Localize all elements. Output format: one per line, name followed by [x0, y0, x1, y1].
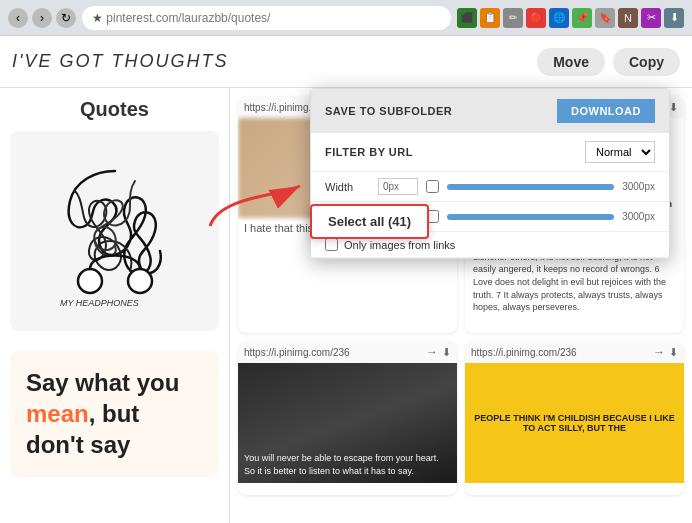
- svg-point-0: [78, 269, 102, 293]
- ext-icon-8[interactable]: N: [618, 8, 638, 28]
- dark-photo-pin: You will never be able to escape from yo…: [238, 363, 457, 483]
- download-icon-3[interactable]: ⬇: [442, 346, 451, 359]
- arrow-icon-4[interactable]: →: [653, 345, 665, 359]
- squiggle-svg: MY HEADPHONES: [35, 151, 195, 311]
- board-cover-image: MY HEADPHONES: [10, 131, 219, 331]
- pin-url-text-4: https://i.pinimg.com/236: [471, 347, 649, 358]
- ext-icon-10[interactable]: ⬇: [664, 8, 684, 28]
- pinterest-header: I'VE GOT THOUGHTS Move Copy: [0, 36, 692, 88]
- width-slider[interactable]: [447, 184, 614, 190]
- move-button[interactable]: Move: [537, 48, 605, 76]
- download-icon-2[interactable]: ⬇: [669, 101, 678, 114]
- page-container: I'VE GOT THOUGHTS Move Copy Quotes MY: [0, 36, 692, 523]
- pin-card-4[interactable]: https://i.pinimg.com/236 → ⬇ PEOPLE THIN…: [465, 341, 684, 495]
- width-max: 3000px: [622, 181, 655, 192]
- popup-header: SAVE TO SUBFOLDER DOWNLOAD: [311, 89, 669, 133]
- filter-label: FILTER BY URL: [325, 146, 413, 158]
- back-button[interactable]: ‹: [8, 8, 28, 28]
- pin-url-bar-3: https://i.pinimg.com/236 → ⬇: [238, 341, 457, 363]
- width-row: Width 3000px: [311, 172, 669, 202]
- yellow-quote-pin: PEOPLE THINK I'M CHILDISH BECAUSE I LIKE…: [465, 363, 684, 483]
- ext-icon-3[interactable]: ✏: [503, 8, 523, 28]
- width-label: Width: [325, 181, 370, 193]
- browser-chrome: ‹ › ↻ ★ pinterest.com/laurazbb/quotes/ ⬛…: [0, 0, 692, 36]
- say-what-line1: Say what you: [26, 367, 203, 398]
- ext-icon-9[interactable]: ✂: [641, 8, 661, 28]
- only-links-checkbox[interactable]: [325, 238, 338, 251]
- ext-icon-7[interactable]: 🔖: [595, 8, 615, 28]
- pin-url-text-3: https://i.pinimg.com/236: [244, 347, 422, 358]
- board-name-text: I'VE GOT THOUGHTS: [12, 51, 529, 72]
- width-input[interactable]: [378, 178, 418, 195]
- svg-text:MY HEADPHONES: MY HEADPHONES: [60, 298, 139, 308]
- arrow-icon-3[interactable]: →: [426, 345, 438, 359]
- select-all-label: Select all (41): [328, 214, 411, 229]
- ext-icon-6[interactable]: 📌: [572, 8, 592, 28]
- extension-icons: ⬛ 📋 ✏ 🔴 🌐 📌 🔖 N ✂ ⬇: [457, 8, 684, 28]
- popup-title: SAVE TO SUBFOLDER: [325, 105, 452, 117]
- say-what-quote: Say what you mean, but don't say: [10, 351, 219, 477]
- board-panel: Quotes MY HEADPHONES S: [0, 88, 230, 523]
- filter-select[interactable]: Normal: [585, 141, 655, 163]
- ext-icon-5[interactable]: 🌐: [549, 8, 569, 28]
- address-bar[interactable]: ★ pinterest.com/laurazbb/quotes/: [82, 6, 451, 30]
- height-max: 3000px: [622, 211, 655, 222]
- ext-icon-2[interactable]: 📋: [480, 8, 500, 28]
- nav-controls[interactable]: ‹ › ↻: [8, 8, 76, 28]
- pin-card-3[interactable]: https://i.pinimg.com/236 → ⬇ You will ne…: [238, 341, 457, 495]
- width-checkbox[interactable]: [426, 180, 439, 193]
- forward-button[interactable]: ›: [32, 8, 52, 28]
- select-all-popup[interactable]: Select all (41): [310, 204, 429, 239]
- refresh-button[interactable]: ↻: [56, 8, 76, 28]
- svg-point-1: [128, 269, 152, 293]
- pin-url-bar-4: https://i.pinimg.com/236 → ⬇: [465, 341, 684, 363]
- say-what-line2: mean, but: [26, 398, 203, 429]
- filter-row: FILTER BY URL Normal: [311, 133, 669, 172]
- only-links-label: Only images from links: [344, 239, 455, 251]
- say-what-line3: don't say: [26, 429, 203, 460]
- yellow-quote-text: PEOPLE THINK I'M CHILDISH BECAUSE I LIKE…: [473, 413, 676, 433]
- height-slider[interactable]: [447, 214, 614, 220]
- ext-icon-1[interactable]: ⬛: [457, 8, 477, 28]
- board-title: Quotes: [10, 98, 219, 121]
- ext-icon-4[interactable]: 🔴: [526, 8, 546, 28]
- download-button[interactable]: DOWNLOAD: [557, 99, 655, 123]
- copy-button[interactable]: Copy: [613, 48, 680, 76]
- download-icon-4[interactable]: ⬇: [669, 346, 678, 359]
